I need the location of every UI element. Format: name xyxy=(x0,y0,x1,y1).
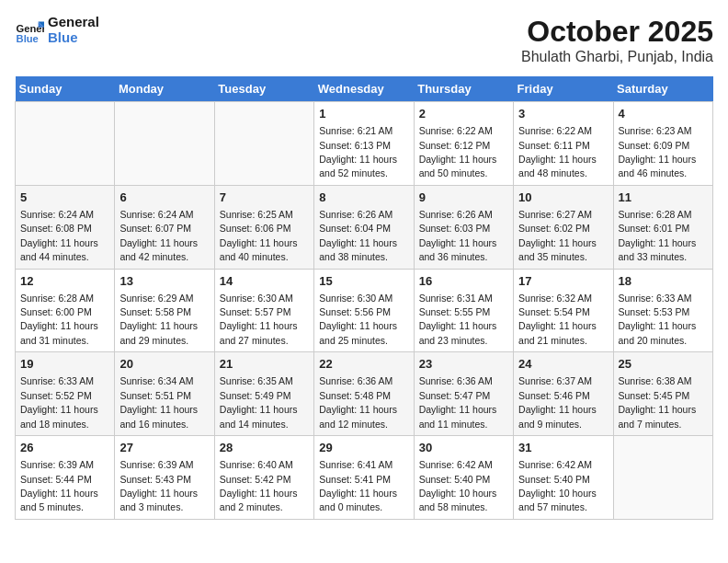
header-sunday: Sunday xyxy=(16,76,115,102)
calendar-cell xyxy=(16,102,115,186)
calendar-cell xyxy=(115,102,214,186)
calendar-cell: 27Sunrise: 6:39 AM Sunset: 5:43 PM Dayli… xyxy=(115,436,214,520)
page-header: General Blue General Blue October 2025 B… xyxy=(15,15,713,65)
day-number: 4 xyxy=(619,106,708,122)
header-tuesday: Tuesday xyxy=(214,76,313,102)
day-number: 10 xyxy=(518,190,608,206)
day-number: 19 xyxy=(20,356,109,373)
calendar-cell: 19Sunrise: 6:33 AM Sunset: 5:52 PM Dayli… xyxy=(16,352,115,436)
day-number: 17 xyxy=(518,273,608,290)
calendar-cell: 7Sunrise: 6:25 AM Sunset: 6:06 PM Daylig… xyxy=(214,185,313,269)
page-subtitle: Bhulath Gharbi, Punjab, India xyxy=(521,49,713,65)
logo-text-blue: Blue xyxy=(48,30,99,46)
header-monday: Monday xyxy=(115,76,214,102)
day-info: Sunrise: 6:30 AM Sunset: 5:56 PM Dayligh… xyxy=(319,293,397,346)
day-info: Sunrise: 6:42 AM Sunset: 5:40 PM Dayligh… xyxy=(518,459,597,512)
day-info: Sunrise: 6:23 AM Sunset: 6:09 PM Dayligh… xyxy=(619,125,697,178)
day-number: 11 xyxy=(619,190,708,206)
day-number: 7 xyxy=(220,190,309,206)
calendar-cell: 6Sunrise: 6:24 AM Sunset: 6:07 PM Daylig… xyxy=(115,185,214,269)
day-number: 16 xyxy=(419,273,508,290)
day-number: 8 xyxy=(319,190,408,206)
header-thursday: Thursday xyxy=(414,76,513,102)
logo-text-general: General xyxy=(48,15,99,30)
day-info: Sunrise: 6:25 AM Sunset: 6:06 PM Dayligh… xyxy=(220,209,298,262)
day-info: Sunrise: 6:22 AM Sunset: 6:11 PM Dayligh… xyxy=(518,125,597,178)
day-number: 31 xyxy=(518,440,608,456)
calendar-cell: 20Sunrise: 6:34 AM Sunset: 5:51 PM Dayli… xyxy=(115,352,214,436)
day-number: 23 xyxy=(419,356,508,373)
calendar-cell: 4Sunrise: 6:23 AM Sunset: 6:09 PM Daylig… xyxy=(613,102,712,186)
header-wednesday: Wednesday xyxy=(314,76,414,102)
day-info: Sunrise: 6:40 AM Sunset: 5:42 PM Dayligh… xyxy=(220,459,298,512)
day-info: Sunrise: 6:21 AM Sunset: 6:13 PM Dayligh… xyxy=(319,125,397,178)
day-number: 6 xyxy=(119,190,209,206)
day-number: 21 xyxy=(220,356,309,373)
page-title: October 2025 xyxy=(521,15,713,49)
calendar-week-5: 26Sunrise: 6:39 AM Sunset: 5:44 PM Dayli… xyxy=(16,436,713,520)
calendar-cell: 13Sunrise: 6:29 AM Sunset: 5:58 PM Dayli… xyxy=(115,269,214,352)
calendar-cell: 17Sunrise: 6:32 AM Sunset: 5:54 PM Dayli… xyxy=(514,269,613,352)
calendar-cell: 28Sunrise: 6:40 AM Sunset: 5:42 PM Dayli… xyxy=(214,436,313,520)
calendar-cell: 29Sunrise: 6:41 AM Sunset: 5:41 PM Dayli… xyxy=(314,436,414,520)
calendar-cell: 3Sunrise: 6:22 AM Sunset: 6:11 PM Daylig… xyxy=(514,102,613,186)
day-number: 5 xyxy=(20,190,109,206)
calendar-cell xyxy=(214,102,313,186)
calendar-cell xyxy=(613,436,712,520)
calendar-week-4: 19Sunrise: 6:33 AM Sunset: 5:52 PM Dayli… xyxy=(16,352,713,436)
day-number: 9 xyxy=(419,190,508,206)
calendar-cell: 22Sunrise: 6:36 AM Sunset: 5:48 PM Dayli… xyxy=(314,352,414,436)
day-info: Sunrise: 6:39 AM Sunset: 5:44 PM Dayligh… xyxy=(20,459,98,512)
day-info: Sunrise: 6:27 AM Sunset: 6:02 PM Dayligh… xyxy=(518,209,597,262)
day-info: Sunrise: 6:42 AM Sunset: 5:40 PM Dayligh… xyxy=(419,459,497,512)
day-info: Sunrise: 6:26 AM Sunset: 6:03 PM Dayligh… xyxy=(419,209,497,262)
calendar-week-2: 5Sunrise: 6:24 AM Sunset: 6:08 PM Daylig… xyxy=(16,185,713,269)
calendar-cell: 9Sunrise: 6:26 AM Sunset: 6:03 PM Daylig… xyxy=(414,185,513,269)
day-number: 2 xyxy=(419,106,508,122)
day-info: Sunrise: 6:24 AM Sunset: 6:08 PM Dayligh… xyxy=(20,209,98,262)
day-number: 29 xyxy=(319,440,408,456)
day-info: Sunrise: 6:37 AM Sunset: 5:46 PM Dayligh… xyxy=(518,375,597,429)
day-info: Sunrise: 6:32 AM Sunset: 5:54 PM Dayligh… xyxy=(518,293,597,346)
day-info: Sunrise: 6:34 AM Sunset: 5:51 PM Dayligh… xyxy=(119,375,198,429)
day-info: Sunrise: 6:28 AM Sunset: 6:00 PM Dayligh… xyxy=(20,293,98,346)
svg-text:Blue: Blue xyxy=(17,32,39,43)
header-friday: Friday xyxy=(514,76,613,102)
calendar-cell: 21Sunrise: 6:35 AM Sunset: 5:49 PM Dayli… xyxy=(214,352,313,436)
day-number: 13 xyxy=(119,273,209,290)
calendar-cell: 1Sunrise: 6:21 AM Sunset: 6:13 PM Daylig… xyxy=(314,102,414,186)
header-saturday: Saturday xyxy=(613,76,712,102)
day-info: Sunrise: 6:35 AM Sunset: 5:49 PM Dayligh… xyxy=(220,375,298,429)
calendar-cell: 5Sunrise: 6:24 AM Sunset: 6:08 PM Daylig… xyxy=(16,185,115,269)
day-info: Sunrise: 6:26 AM Sunset: 6:04 PM Dayligh… xyxy=(319,209,397,262)
calendar-week-1: 1Sunrise: 6:21 AM Sunset: 6:13 PM Daylig… xyxy=(16,102,713,186)
calendar-cell: 24Sunrise: 6:37 AM Sunset: 5:46 PM Dayli… xyxy=(514,352,613,436)
day-info: Sunrise: 6:33 AM Sunset: 5:52 PM Dayligh… xyxy=(20,375,98,429)
day-info: Sunrise: 6:36 AM Sunset: 5:48 PM Dayligh… xyxy=(319,375,397,429)
calendar-week-3: 12Sunrise: 6:28 AM Sunset: 6:00 PM Dayli… xyxy=(16,269,713,352)
day-number: 24 xyxy=(518,356,608,373)
day-number: 22 xyxy=(319,356,408,373)
calendar-cell: 25Sunrise: 6:38 AM Sunset: 5:45 PM Dayli… xyxy=(613,352,712,436)
day-info: Sunrise: 6:39 AM Sunset: 5:43 PM Dayligh… xyxy=(119,459,198,512)
calendar-cell: 11Sunrise: 6:28 AM Sunset: 6:01 PM Dayli… xyxy=(613,185,712,269)
day-number: 3 xyxy=(518,106,608,122)
title-block: October 2025 Bhulath Gharbi, Punjab, Ind… xyxy=(521,15,713,65)
day-info: Sunrise: 6:38 AM Sunset: 5:45 PM Dayligh… xyxy=(619,375,697,429)
day-number: 20 xyxy=(119,356,209,373)
day-number: 12 xyxy=(20,273,109,290)
logo: General Blue General Blue xyxy=(15,15,99,45)
day-info: Sunrise: 6:24 AM Sunset: 6:07 PM Dayligh… xyxy=(119,209,198,262)
calendar-cell: 14Sunrise: 6:30 AM Sunset: 5:57 PM Dayli… xyxy=(214,269,313,352)
day-info: Sunrise: 6:28 AM Sunset: 6:01 PM Dayligh… xyxy=(619,209,697,262)
day-number: 1 xyxy=(319,106,408,122)
day-info: Sunrise: 6:30 AM Sunset: 5:57 PM Dayligh… xyxy=(220,293,298,346)
day-number: 28 xyxy=(220,440,309,456)
calendar-cell: 12Sunrise: 6:28 AM Sunset: 6:00 PM Dayli… xyxy=(16,269,115,352)
day-info: Sunrise: 6:31 AM Sunset: 5:55 PM Dayligh… xyxy=(419,293,497,346)
calendar-header-row: SundayMondayTuesdayWednesdayThursdayFrid… xyxy=(16,76,713,102)
calendar-cell: 2Sunrise: 6:22 AM Sunset: 6:12 PM Daylig… xyxy=(414,102,513,186)
calendar-cell: 15Sunrise: 6:30 AM Sunset: 5:56 PM Dayli… xyxy=(314,269,414,352)
day-number: 27 xyxy=(119,440,209,456)
day-info: Sunrise: 6:29 AM Sunset: 5:58 PM Dayligh… xyxy=(119,293,198,346)
